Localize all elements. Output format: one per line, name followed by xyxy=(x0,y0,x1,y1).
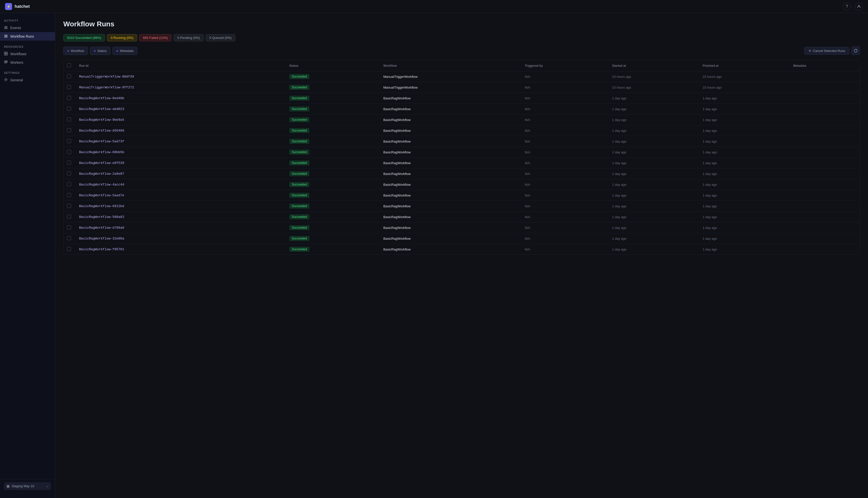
row-checkbox-cell xyxy=(64,125,75,136)
table-row[interactable]: BasicRagWorkflow-5aad7e Succeeded BasicR… xyxy=(64,190,860,201)
table-row[interactable]: BasicRagWorkflow-6812bd Succeeded BasicR… xyxy=(64,201,860,212)
table-row[interactable]: ManualTriggerWorkflow-9ff272 Succeeded M… xyxy=(64,82,860,93)
th-workflow: Workflow xyxy=(379,60,521,71)
row-checkbox-6[interactable] xyxy=(67,139,71,143)
status-cell: Succeeded xyxy=(285,201,379,212)
workflow-cell: BasicRagWorkflow xyxy=(379,222,521,233)
row-checkbox-0[interactable] xyxy=(67,74,71,78)
cancel-selected-runs-button[interactable]: ✕ Cancel Selected Runs xyxy=(804,47,850,55)
row-checkbox-5[interactable] xyxy=(67,128,71,132)
status-badge-failed[interactable]: 665 Failed (12%) xyxy=(139,34,171,41)
finished-at-value: 1 day ago xyxy=(703,140,717,143)
started-at-value: 1 day ago xyxy=(612,194,626,197)
triggered-by-cell: N/A xyxy=(521,136,608,147)
finished-at-value: 23 hours ago xyxy=(703,75,722,79)
run-id-value: BasicRagWorkflow-9be9a5 xyxy=(79,118,124,122)
row-checkbox-2[interactable] xyxy=(67,96,71,100)
metadata-cell xyxy=(789,190,860,201)
row-checkbox-cell xyxy=(64,244,75,255)
svg-rect-8 xyxy=(6,52,8,53)
table-row[interactable]: BasicRagWorkflow-32e88a Succeeded BasicR… xyxy=(64,233,860,244)
filter-status-button[interactable]: + Status xyxy=(90,47,111,55)
status-badge-running[interactable]: 0 Running (0%) xyxy=(107,34,137,41)
row-checkbox-10[interactable] xyxy=(67,182,71,186)
row-checkbox-15[interactable] xyxy=(67,236,71,240)
filter-metadata-button[interactable]: + Metadata xyxy=(113,47,138,55)
row-checkbox-cell xyxy=(64,93,75,104)
workflow-name: BasicRagWorkflow xyxy=(383,215,411,219)
table-row[interactable]: BasicRagWorkflow-d766a0 Succeeded BasicR… xyxy=(64,222,860,233)
user-button[interactable] xyxy=(855,2,863,11)
metadata-cell xyxy=(789,93,860,104)
run-id-cell: BasicRagWorkflow-5ad73f xyxy=(75,136,285,147)
workflow-name: ManualTriggerWorkflow xyxy=(383,86,418,89)
row-checkbox-9[interactable] xyxy=(67,171,71,175)
table-row[interactable]: BasicRagWorkflow-4acc4d Succeeded BasicR… xyxy=(64,179,860,190)
status-cell: Succeeded xyxy=(285,125,379,136)
sidebar-item-workflows[interactable]: Workflows xyxy=(0,50,55,58)
workflow-cell: BasicRagWorkflow xyxy=(379,244,521,255)
filter-workflow-button[interactable]: + Workflow xyxy=(63,47,88,55)
sidebar-item-general[interactable]: General xyxy=(0,76,55,84)
row-checkbox-1[interactable] xyxy=(67,85,71,89)
help-button[interactable]: ? xyxy=(843,2,851,11)
triggered-by-cell: N/A xyxy=(521,93,608,104)
run-id-cell: BasicRagWorkflow-9be9a5 xyxy=(75,115,285,125)
finished-at-value: 1 day ago xyxy=(703,172,717,176)
row-checkbox-12[interactable] xyxy=(67,204,71,208)
svg-rect-1 xyxy=(4,26,8,27)
row-checkbox-13[interactable] xyxy=(67,214,71,219)
run-id-value: ManualTriggerWorkflow-9ff272 xyxy=(79,86,134,89)
env-icon: ▦ xyxy=(7,484,10,488)
table-row[interactable]: BasicRagWorkflow-abd023 Succeeded BasicR… xyxy=(64,104,860,115)
started-at-cell: 1 day ago xyxy=(608,104,699,115)
run-id-cell: BasicRagWorkflow-4acc4d xyxy=(75,179,285,190)
workflow-cell: BasicRagWorkflow xyxy=(379,233,521,244)
finished-at-value: 1 day ago xyxy=(703,194,717,197)
run-id-value: BasicRagWorkflow-f95701 xyxy=(79,248,124,251)
workflow-cell: ManualTriggerWorkflow xyxy=(379,82,521,93)
status-badge-succeeded[interactable]: 5010 Succeeded (88%) xyxy=(63,34,105,41)
select-all-checkbox[interactable] xyxy=(67,63,71,67)
table-row[interactable]: BasicRagWorkflow-f95701 Succeeded BasicR… xyxy=(64,244,860,255)
table-row[interactable]: BasicRagWorkflow-580a82 Succeeded BasicR… xyxy=(64,212,860,222)
row-checkbox-7[interactable] xyxy=(67,150,71,154)
env-selector[interactable]: ▦ Staging May 10 ⌄ xyxy=(4,482,51,490)
svg-rect-2 xyxy=(4,27,8,28)
status-badge-pending[interactable]: 0 Pending (0%) xyxy=(173,34,204,41)
table-row[interactable]: BasicRagWorkflow-9be9a5 Succeeded BasicR… xyxy=(64,115,860,125)
row-checkbox-3[interactable] xyxy=(67,107,71,111)
row-checkbox-8[interactable] xyxy=(67,161,71,165)
table-row[interactable]: BasicRagWorkflow-5ad73f Succeeded BasicR… xyxy=(64,136,860,147)
table-row[interactable]: ManualTriggerWorkflow-80df39 Succeeded M… xyxy=(64,71,860,82)
workflow-name: BasicRagWorkflow xyxy=(383,129,411,132)
workflow-cell: BasicRagWorkflow xyxy=(379,158,521,168)
sidebar-item-workflow-runs[interactable]: Workflow Runs xyxy=(0,32,55,41)
row-checkbox-14[interactable] xyxy=(67,225,71,230)
status-badge-queued[interactable]: 0 Queued (0%) xyxy=(206,34,235,41)
metadata-cell xyxy=(789,168,860,179)
row-checkbox-16[interactable] xyxy=(67,247,71,251)
workflow-cell: BasicRagWorkflow xyxy=(379,168,521,179)
filter-row: + Workflow + Status + Metadata ✕ Cancel … xyxy=(63,47,860,55)
workflow-name: BasicRagWorkflow xyxy=(383,96,411,100)
sidebar: Activity Events Workflow Runs R xyxy=(0,13,55,498)
sidebar-bottom: ▦ Staging May 10 ⌄ xyxy=(0,479,55,493)
table-row[interactable]: BasicRagWorkflow-e8f539 Succeeded BasicR… xyxy=(64,158,860,168)
started-at-cell: 1 day ago xyxy=(608,158,699,168)
metadata-cell xyxy=(789,104,860,115)
table-row[interactable]: BasicRagWorkflow-d56460 Succeeded BasicR… xyxy=(64,125,860,136)
status-cell: Succeeded xyxy=(285,115,379,125)
table-row[interactable]: BasicRagWorkflow-8ed40b Succeeded BasicR… xyxy=(64,93,860,104)
svg-rect-10 xyxy=(6,54,8,55)
sidebar-item-workers[interactable]: Workers xyxy=(0,58,55,67)
row-checkbox-4[interactable] xyxy=(67,117,71,121)
table-row[interactable]: BasicRagWorkflow-2a8e07 Succeeded BasicR… xyxy=(64,168,860,179)
run-id-cell: BasicRagWorkflow-2a8e07 xyxy=(75,168,285,179)
env-label: Staging May 10 xyxy=(12,484,34,488)
sidebar-item-events[interactable]: Events xyxy=(0,24,55,32)
refresh-button[interactable] xyxy=(852,47,860,55)
status-badge: Succeeded xyxy=(289,106,309,112)
table-row[interactable]: BasicRagWorkflow-80bb5b Succeeded BasicR… xyxy=(64,147,860,158)
row-checkbox-11[interactable] xyxy=(67,193,71,197)
